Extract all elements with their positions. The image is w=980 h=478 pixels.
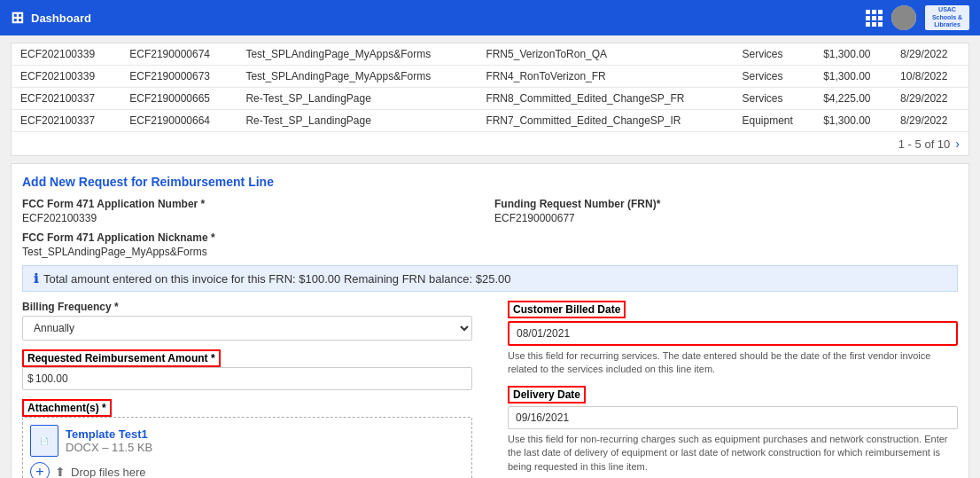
header-title: Dashboard: [31, 12, 91, 25]
app-number-field: FCC Form 471 Application Number * ECF202…: [22, 198, 486, 224]
data-table-section: ECF202100339ECF2190000674Test_SPLAndingP…: [11, 43, 969, 156]
nickname-value: Test_SPLAndingPage_MyApps&Forms: [22, 246, 958, 258]
file-name: Template Test1: [66, 427, 152, 441]
customer-billed-label: Customer Billed Date: [508, 301, 626, 318]
table-cell: ECF2190000664: [121, 110, 237, 132]
form-title: Add New Request for Reimbursement Line: [22, 175, 958, 189]
reimbursement-input[interactable]: [22, 367, 472, 390]
table-cell: ECF2190000674: [121, 43, 237, 66]
billing-freq-group: Billing Frequency * AnnuallyMonthlyQuart…: [22, 301, 472, 341]
customer-billed-input[interactable]: [508, 321, 958, 346]
add-file-button[interactable]: +: [30, 462, 50, 478]
table-cell: ECF202100337: [12, 110, 121, 132]
delivery-date-label: Delivery Date: [508, 386, 586, 404]
header-right: USACSchools & Libraries: [866, 5, 969, 30]
table-cell: Services: [733, 43, 814, 66]
apps-icon[interactable]: [866, 10, 883, 27]
pagination-text: 1 - 5 of 10: [898, 137, 951, 151]
frn-label: Funding Request Number (FRN)*: [494, 198, 958, 210]
table-cell: Re-Test_SP_LandingPage: [237, 88, 477, 110]
billing-freq-select[interactable]: AnnuallyMonthlyQuarterly: [22, 316, 472, 341]
brand-logo: USACSchools & Libraries: [925, 5, 969, 30]
file-meta: DOCX – 11.5 KB: [66, 441, 152, 454]
table-cell: ECF202100339: [12, 43, 121, 66]
table-cell: $1,300.00: [814, 66, 891, 88]
form-right: Customer Billed Date Use this field for …: [490, 301, 958, 478]
form-section: Add New Request for Reimbursement Line F…: [11, 163, 969, 478]
main-content: ECF202100339ECF2190000674Test_SPLAndingP…: [0, 35, 980, 478]
avatar[interactable]: [891, 5, 916, 30]
frn-value: ECF2190000677: [494, 212, 958, 224]
table-cell: FRN7_Committed_Edited_ChangeSP_IR: [477, 110, 733, 132]
header-left: ⊞ Dashboard: [11, 8, 91, 27]
table-row: ECF202100337ECF2190000664Re-Test_SP_Land…: [12, 110, 968, 132]
reimbursement-input-wrap: $: [22, 367, 472, 390]
form-left: Billing Frequency * AnnuallyMonthlyQuart…: [22, 301, 490, 478]
frn-field: Funding Request Number (FRN)* ECF2190000…: [494, 198, 958, 224]
table-cell: ECF202100339: [12, 66, 121, 88]
attachment-box: 📄 Template Test1 DOCX – 11.5 KB + ⬆ Drop…: [22, 417, 472, 478]
table-cell: Services: [733, 66, 814, 88]
form-columns: Billing Frequency * AnnuallyMonthlyQuart…: [22, 301, 958, 478]
table-cell: 8/29/2022: [891, 110, 968, 132]
table-cell: Test_SPLAndingPage_MyApps&Forms: [237, 66, 477, 88]
table-row: ECF202100339ECF2190000674Test_SPLAndingP…: [12, 43, 968, 66]
table-cell: $1,300.00: [814, 110, 891, 132]
attachments-label: Attachment(s) *: [22, 399, 112, 417]
table-cell: $4,225.00: [814, 88, 891, 110]
data-table: ECF202100339ECF2190000674Test_SPLAndingP…: [12, 43, 968, 132]
pagination: 1 - 5 of 10 ›: [12, 132, 968, 155]
table-cell: 10/8/2022: [891, 66, 968, 88]
table-cell: 8/29/2022: [891, 43, 968, 66]
delivery-date-group: Delivery Date Use this field for non-rec…: [508, 386, 958, 474]
table-cell: FRN4_RonToVerizon_FR: [477, 66, 733, 88]
drop-files-label: Drop files here: [71, 466, 146, 479]
billing-freq-label: Billing Frequency *: [22, 301, 472, 313]
table-cell: ECF202100337: [12, 88, 121, 110]
table-cell: FRN8_Committed_Edited_ChangeSP_FR: [477, 88, 733, 110]
reimbursement-label: Requested Reimbursement Amount *: [22, 349, 221, 367]
upload-area: + ⬆ Drop files here: [30, 462, 464, 478]
delivery-date-input[interactable]: [508, 406, 958, 429]
table-cell: ECF2190000673: [121, 66, 237, 88]
delivery-date-note: Use this field for non-recurring charges…: [508, 433, 958, 474]
table-cell: $1,300.00: [814, 43, 891, 66]
app-number-label: FCC Form 471 Application Number *: [22, 198, 486, 210]
reimbursement-group: Requested Reimbursement Amount * $: [22, 349, 472, 390]
attachments-group: Attachment(s) * 📄 Template Test1 DOCX – …: [22, 399, 472, 478]
attachment-file: 📄 Template Test1 DOCX – 11.5 KB: [30, 425, 464, 457]
customer-billed-note: Use this field for recurring services. T…: [508, 349, 958, 377]
table-cell: FRN5_VerizonToRon_QA: [477, 43, 733, 66]
table-cell: Re-Test_SP_LandingPage: [237, 110, 477, 132]
info-banner-text: Total amount entered on this invoice for…: [43, 272, 511, 286]
table-cell: Test_SPLAndingPage_MyApps&Forms: [237, 43, 477, 66]
info-icon: ℹ: [34, 271, 38, 286]
info-banner: ℹ Total amount entered on this invoice f…: [22, 265, 958, 292]
next-page-button[interactable]: ›: [955, 137, 960, 151]
app-info-grid: FCC Form 471 Application Number * ECF202…: [22, 198, 958, 224]
table-row: ECF202100337ECF2190000665Re-Test_SP_Land…: [12, 88, 968, 110]
table-cell: Services: [733, 88, 814, 110]
header: ⊞ Dashboard USACSchools & Libraries: [0, 0, 980, 35]
file-info: Template Test1 DOCX – 11.5 KB: [66, 427, 152, 454]
dashboard-icon: ⊞: [11, 8, 24, 27]
upload-icon: ⬆: [55, 465, 66, 478]
dollar-sign: $: [27, 372, 34, 385]
table-cell: Equipment: [733, 110, 814, 132]
customer-billed-group: Customer Billed Date Use this field for …: [508, 301, 958, 377]
file-icon: 📄: [30, 425, 58, 457]
table-cell: 8/29/2022: [891, 88, 968, 110]
nickname-field: FCC Form 471 Application Nickname * Test…: [22, 231, 958, 258]
table-row: ECF202100339ECF2190000673Test_SPLAndingP…: [12, 66, 968, 88]
app-number-value: ECF202100339: [22, 212, 486, 224]
nickname-label: FCC Form 471 Application Nickname *: [22, 231, 958, 244]
table-cell: ECF2190000665: [121, 88, 237, 110]
